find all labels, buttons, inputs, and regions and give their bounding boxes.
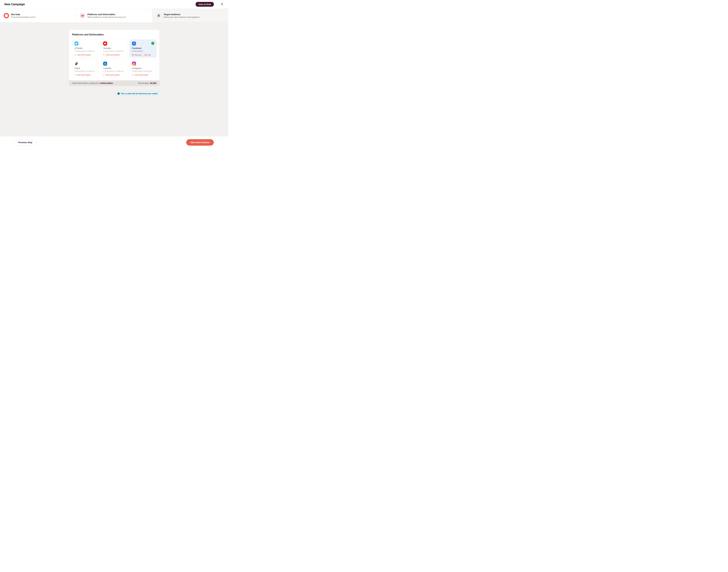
platform-status: 0 deliverables configured (103, 70, 125, 72)
step-subtitle: Personal information & KYC (11, 16, 36, 18)
page-title: New Campaign (4, 3, 25, 6)
step-subtitle: Which platforms should influencers post … (87, 16, 126, 18)
totals-bar: Total Deliverables configured:4 delivera… (69, 80, 159, 86)
instagram-icon (132, 62, 136, 66)
add-deliverables-button[interactable]: + Add Deliverables (132, 74, 149, 76)
platform-card-instagram[interactable]: Instagram 0 deliverables configured + Ad… (130, 60, 156, 77)
total-deliverables: Total Deliverables configured:4 delivera… (72, 82, 113, 84)
total-budget-value: $2,000 (150, 82, 156, 84)
platform-status: 0 deliverables configured (132, 70, 154, 72)
plus-icon: + (74, 74, 76, 76)
add-deliverables-button[interactable]: + Add Deliverables (103, 54, 120, 56)
platform-status: 0 deliverables configured (74, 50, 96, 52)
step-progress-badge: 2/3 (80, 13, 85, 18)
step-title: Bio Data (11, 13, 36, 16)
platform-status: 0 deliverables configured (74, 70, 96, 72)
step-completed-icon: ✓ (4, 13, 9, 18)
info-icon: i (118, 92, 120, 95)
previous-step-button[interactable]: Previous Step (14, 139, 36, 146)
step-subtitle: Define your ideal audience demographics (163, 16, 200, 18)
plus-icon: + (132, 74, 133, 76)
facebook-icon (132, 42, 136, 46)
step-platforms-deliverables[interactable]: 2/3 Platforms and Deliverables Which pla… (76, 9, 152, 22)
main-content: Platforms and Deliverables X/Twitter 0 d… (0, 22, 228, 136)
tooltip-text: This is what will be held from your wall… (121, 92, 158, 95)
header-divider (217, 3, 217, 6)
plus-icon: + (74, 54, 76, 56)
header: New Campaign Save as Draft (0, 0, 228, 9)
card-title: Platforms and Deliverables (72, 33, 156, 36)
selected-check-icon: ✓ (151, 42, 154, 45)
bottom-action-bar: Previous Step Save and Continue (0, 136, 228, 148)
add-deliverables-button[interactable]: + Add Deliverables (74, 74, 91, 76)
check-icon: ✓ (5, 14, 8, 17)
plus-icon: + (103, 74, 104, 76)
audience-group-icon (156, 13, 161, 18)
trash-icon (132, 54, 134, 56)
save-and-continue-button[interactable]: Save and Continue (186, 139, 214, 146)
platform-name: Facebook (132, 47, 154, 49)
twitter-icon (74, 42, 78, 46)
save-as-draft-button[interactable]: Save as Draft (196, 2, 214, 7)
platform-status: 4 deliverables (132, 50, 154, 52)
platform-grid: X/Twitter 0 deliverables configured + Ad… (72, 40, 156, 77)
platform-card-twitter[interactable]: X/Twitter 0 deliverables configured + Ad… (72, 40, 99, 57)
step-title: Target Audience (163, 13, 200, 16)
platform-card-linkedin[interactable]: LinkedIn 0 deliverables configured + Add… (101, 60, 128, 77)
platforms-card: Platforms and Deliverables X/Twitter 0 d… (69, 29, 160, 86)
platform-name: Instagram (132, 67, 154, 69)
platform-card-tiktok[interactable]: Tiktok 0 deliverables configured + Add D… (72, 60, 99, 77)
header-actions: Save as Draft (196, 2, 224, 7)
youtube-icon (103, 42, 107, 46)
add-deliverables-button[interactable]: + Add Deliverables (103, 74, 120, 76)
tiktok-icon (74, 62, 78, 66)
platform-name: X/Twitter (74, 47, 96, 49)
linkedin-icon (103, 62, 107, 66)
action-divider (143, 54, 143, 56)
close-button[interactable] (220, 2, 224, 6)
platform-card-youtube[interactable]: Youtube 0 deliverables configured + Add … (101, 40, 128, 57)
close-icon (220, 2, 224, 6)
step-title: Platforms and Deliverables (87, 13, 126, 16)
remove-button[interactable]: Remove (132, 54, 142, 56)
wallet-hold-tooltip: i This is what will be held from your wa… (116, 92, 160, 95)
edit-icon (145, 54, 147, 56)
total-budget: Total Budget:$2,000 (137, 82, 156, 84)
step-bar: ✓ Bio Data Personal information & KYC 2/… (0, 9, 228, 22)
edit-button[interactable]: Edit (145, 54, 151, 56)
add-deliverables-button[interactable]: + Add Deliverables (74, 54, 91, 56)
platform-status: 0 deliverables configured (103, 50, 125, 52)
platform-name: Tiktok (74, 67, 96, 69)
platform-name: Youtube (103, 47, 125, 49)
plus-icon: + (103, 54, 104, 56)
total-deliverables-value: 4 deliverables (99, 82, 113, 84)
platform-card-facebook[interactable]: ✓ Facebook 4 deliverables Remove (130, 40, 156, 57)
step-target-audience[interactable]: Target Audience Define your ideal audien… (152, 9, 228, 22)
step-bio-data[interactable]: ✓ Bio Data Personal information & KYC (0, 9, 76, 22)
platform-name: LinkedIn (103, 67, 125, 69)
